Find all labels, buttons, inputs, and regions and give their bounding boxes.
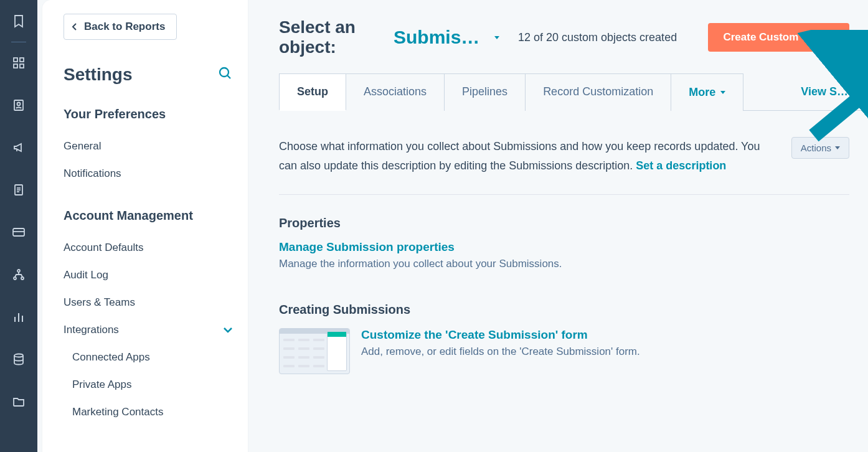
tab-setup[interactable]: Setup	[279, 73, 346, 111]
object-header: Select an object: Submissi… 12 of 20 cus…	[279, 17, 868, 57]
main-content: Select an object: Submissi… 12 of 20 cus…	[248, 0, 868, 452]
object-name: Submissi…	[394, 27, 488, 48]
card-icon[interactable]	[11, 225, 26, 240]
nav-integrations[interactable]: Integrations	[64, 316, 233, 344]
svg-point-12	[17, 270, 20, 272]
chart-icon[interactable]	[11, 309, 26, 324]
description-text: Choose what information you collect abou…	[279, 137, 776, 175]
account-mgmt-heading: Account Management	[64, 209, 233, 223]
object-count: 12 of 20 custom objects created	[518, 31, 677, 44]
nav-users-teams[interactable]: Users & Teams	[64, 289, 233, 316]
svg-point-13	[14, 277, 16, 280]
view-link[interactable]: View S…	[801, 85, 864, 98]
tab-associations[interactable]: Associations	[346, 73, 445, 111]
tabs: Setup Associations Pipelines Record Cust…	[279, 73, 868, 111]
svg-rect-3	[20, 64, 24, 68]
description-row: Choose what information you collect abou…	[279, 137, 868, 175]
database-icon[interactable]	[11, 352, 26, 367]
form-thumbnail	[279, 328, 350, 374]
svg-rect-0	[14, 58, 17, 62]
create-custom-object-button[interactable]: Create Custom Object	[708, 23, 849, 52]
tab-record-customization[interactable]: Record Customization	[526, 73, 671, 111]
grid-icon[interactable]	[11, 55, 26, 70]
divider	[279, 194, 849, 195]
select-object-label: Select an object:	[279, 17, 379, 57]
svg-point-18	[14, 354, 23, 357]
left-rail	[0, 0, 37, 452]
manage-properties-sub: Manage the information you collect about…	[279, 258, 868, 270]
svg-rect-10	[13, 228, 24, 236]
nav-marketing-contacts[interactable]: Marketing Contacts	[64, 398, 233, 426]
svg-line-20	[227, 75, 230, 78]
search-icon[interactable]	[218, 66, 233, 83]
set-description-link[interactable]: Set a description	[636, 159, 726, 172]
sitemap-icon[interactable]	[11, 267, 26, 282]
document-icon[interactable]	[11, 182, 26, 197]
nav-general[interactable]: General	[64, 133, 233, 160]
svg-rect-2	[14, 64, 17, 68]
creating-row: Customize the 'Create Submission' form A…	[279, 328, 868, 374]
tab-pipelines[interactable]: Pipelines	[445, 73, 526, 111]
tab-more[interactable]: More	[671, 73, 743, 111]
external-link-icon	[852, 87, 862, 97]
svg-point-14	[21, 277, 24, 280]
nav-notifications[interactable]: Notifications	[64, 160, 233, 187]
settings-sidebar: Back to Reports Settings Your Preference…	[42, 0, 248, 452]
nav-account-defaults[interactable]: Account Defaults	[64, 234, 233, 261]
creating-heading: Creating Submissions	[279, 303, 868, 317]
back-to-reports-button[interactable]: Back to Reports	[64, 14, 177, 40]
back-label: Back to Reports	[84, 21, 165, 33]
customize-form-sub: Add, remove, or edit fields on the 'Crea…	[361, 346, 640, 358]
megaphone-icon[interactable]	[11, 140, 26, 155]
preferences-heading: Your Preferences	[64, 107, 233, 121]
svg-point-19	[220, 68, 229, 77]
actions-button[interactable]: Actions	[791, 137, 849, 159]
svg-point-5	[17, 103, 21, 106]
rail-separator	[11, 42, 26, 42]
svg-rect-1	[20, 58, 24, 62]
manage-properties-link[interactable]: Manage Submission properties	[279, 240, 868, 254]
folder-icon[interactable]	[11, 394, 26, 409]
caret-down-icon	[835, 146, 840, 149]
nav-private-apps[interactable]: Private Apps	[64, 371, 233, 398]
nav-audit-log[interactable]: Audit Log	[64, 261, 233, 289]
bookmark-icon[interactable]	[11, 14, 26, 29]
chevron-down-icon	[223, 324, 233, 336]
customize-form-link[interactable]: Customize the 'Create Submission' form	[361, 328, 640, 342]
contact-icon[interactable]	[11, 98, 26, 113]
object-dropdown[interactable]: Submissi…	[394, 27, 499, 48]
properties-heading: Properties	[279, 216, 868, 230]
caret-down-icon	[720, 91, 725, 94]
caret-down-icon	[494, 36, 499, 39]
settings-title: Settings	[64, 65, 132, 85]
nav-connected-apps[interactable]: Connected Apps	[64, 344, 233, 371]
